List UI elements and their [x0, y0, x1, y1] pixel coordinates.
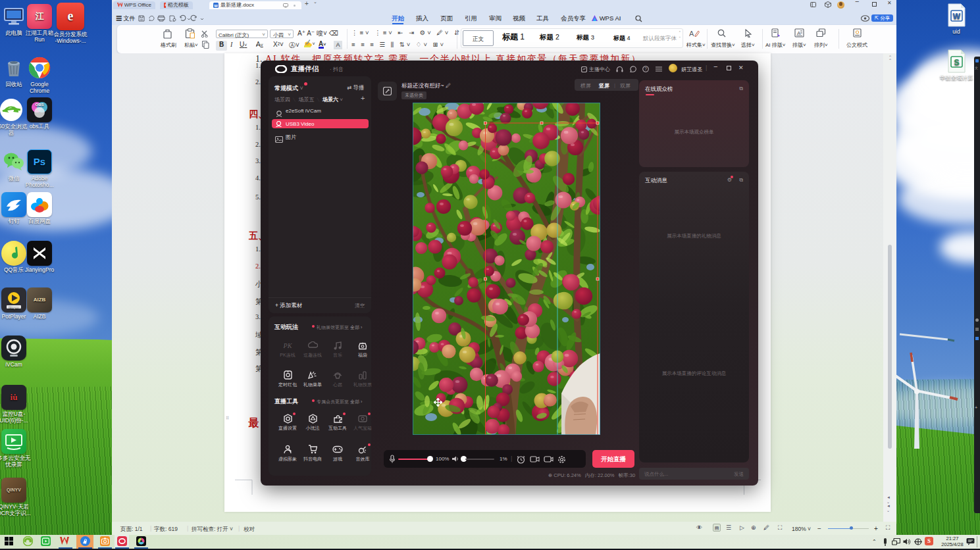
svg-text:W: W [953, 12, 961, 21]
svg-text:W: W [214, 3, 218, 7]
svg-text:S: S [954, 58, 959, 67]
svg-text:A: A [689, 30, 694, 38]
svg-text:OBS: OBS [35, 103, 43, 107]
svg-text:?: ? [644, 66, 647, 71]
